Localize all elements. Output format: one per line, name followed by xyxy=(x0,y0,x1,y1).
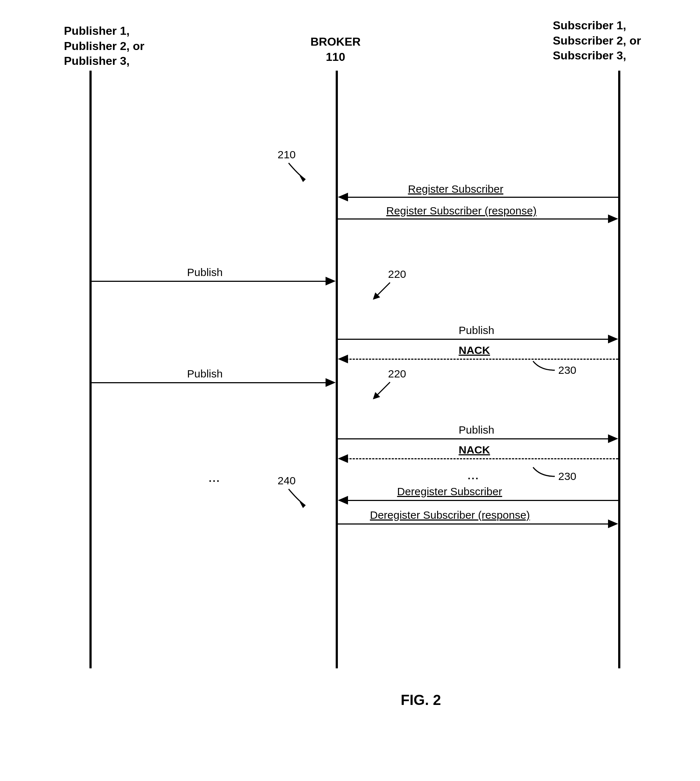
svg-marker-0 xyxy=(300,176,305,181)
sequence-diagram: Publisher 1, Publisher 2, or Publisher 3… xyxy=(24,15,676,721)
publish1-arrow xyxy=(325,277,336,285)
publisher-header: Publisher 1, Publisher 2, or Publisher 3… xyxy=(64,23,145,69)
nack1-line xyxy=(343,359,618,360)
subscriber-line2: Subscriber 2, or xyxy=(553,34,641,47)
ref-210: 210 xyxy=(278,149,296,161)
register-resp-arrow xyxy=(608,214,618,223)
ref-210-arrow xyxy=(285,161,310,183)
ellipsis-left: ... xyxy=(209,473,220,484)
publisher-line1: Publisher 1, xyxy=(64,24,130,37)
deregister-resp-line xyxy=(338,524,613,524)
subscriber-line3: Subscriber 3, xyxy=(553,49,627,62)
broker-lifeline xyxy=(336,71,338,668)
broker-line2: 110 xyxy=(326,50,345,63)
nack1-arrow xyxy=(338,355,348,363)
publish-bs2-arrow xyxy=(608,434,618,443)
register-resp-line xyxy=(338,219,613,220)
ellipsis-right: ... xyxy=(468,470,480,482)
publish-bs2-line xyxy=(338,438,613,439)
deregister-label: Deregister Subscriber xyxy=(397,486,502,498)
ref-220b-arrow xyxy=(370,380,395,402)
ref-220a: 220 xyxy=(388,268,406,280)
nack2-label: NACK xyxy=(459,444,490,456)
ref-230b-arrow xyxy=(530,466,558,480)
publish-bs2-label: Publish xyxy=(459,424,494,436)
publish-bs1-line xyxy=(338,339,613,340)
deregister-resp-arrow xyxy=(608,519,618,528)
nack2-arrow xyxy=(338,454,348,463)
register-line xyxy=(343,197,618,198)
ref-230b: 230 xyxy=(558,470,577,482)
ref-230a-arrow xyxy=(530,359,558,374)
register-resp-label: Register Subscriber (response) xyxy=(387,205,537,217)
ref-230a: 230 xyxy=(558,364,577,376)
broker-line1: BROKER xyxy=(310,35,361,48)
broker-header: BROKER 110 xyxy=(303,34,368,65)
svg-marker-3 xyxy=(300,502,305,507)
publisher-line3: Publisher 3, xyxy=(64,54,130,67)
publish1-line xyxy=(92,281,331,282)
publish-bs1-label: Publish xyxy=(459,324,494,337)
nack1-label: NACK xyxy=(459,344,490,356)
publisher-lifeline xyxy=(90,71,92,668)
publish2-line xyxy=(92,382,331,383)
subscriber-line1: Subscriber 1, xyxy=(553,19,627,32)
publish2-arrow xyxy=(325,378,336,387)
deregister-arrow xyxy=(338,496,348,505)
nack2-line xyxy=(343,458,618,459)
ref-240-arrow xyxy=(285,487,310,509)
ref-220b: 220 xyxy=(388,368,406,380)
publish2-label: Publish xyxy=(187,368,223,380)
deregister-line xyxy=(343,500,618,501)
subscriber-lifeline xyxy=(618,71,620,668)
register-arrow xyxy=(338,193,348,202)
publish-bs1-arrow xyxy=(608,335,618,344)
publish1-label: Publish xyxy=(187,266,223,279)
publisher-line2: Publisher 2, or xyxy=(64,40,145,53)
register-label: Register Subscriber xyxy=(408,183,503,195)
figure-label: FIG. 2 xyxy=(401,692,441,708)
subscriber-header: Subscriber 1, Subscriber 2, or Subscribe… xyxy=(553,18,641,63)
deregister-resp-label: Deregister Subscriber (response) xyxy=(370,509,530,521)
ref-220a-arrow xyxy=(370,281,395,302)
ref-240: 240 xyxy=(278,474,296,487)
